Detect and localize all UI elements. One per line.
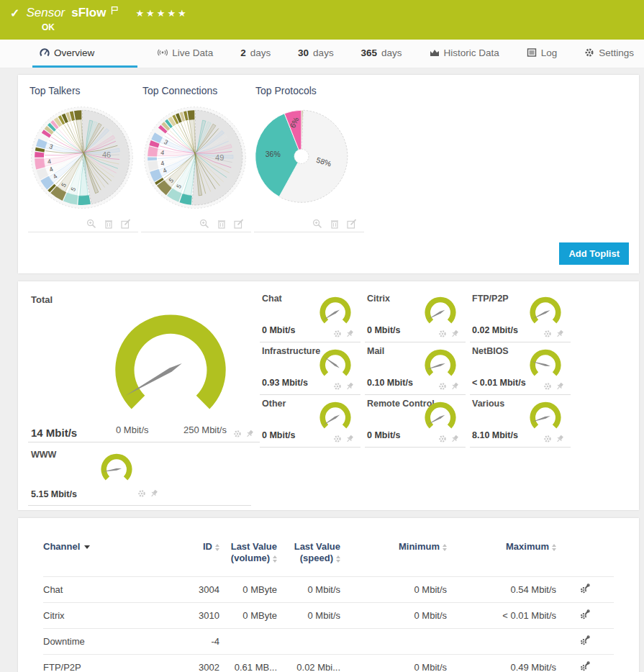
channel-gauge-chart [316,347,355,381]
column-header-last-value-speed[interactable]: Last Value (speed) [277,537,340,576]
gear-icon[interactable] [438,382,447,391]
gear-icon[interactable] [137,489,146,498]
pin-icon[interactable] [555,382,564,391]
column-header-minimum[interactable]: Minimum [340,537,447,576]
column-header-last-value-volume[interactable]: Last Value (volume) [219,537,277,576]
gear-icon[interactable] [333,435,342,443]
card-divider [28,232,138,232]
gauge-channel-value: 14 Mbit/s [31,427,77,439]
gear-icon[interactable] [543,435,552,443]
gear-icon[interactable] [233,430,242,438]
top-protocols-pie-chart[interactable]: 58%36%6% [254,98,362,219]
channel-gauge-chart [526,294,565,328]
pin-icon[interactable] [555,435,564,443]
edit-icon[interactable] [121,219,131,229]
table-row[interactable]: Chat 3004 0 MByte 0 Mbit/s 0 Mbit/s 0.54… [43,576,614,602]
gear-icon[interactable] [543,330,552,338]
zoom-icon[interactable] [312,219,322,229]
column-label: ID [203,541,212,552]
channel-gauge-chart [316,399,355,433]
zoom-icon[interactable] [199,219,209,229]
tab-label: Log [541,47,558,58]
delete-icon[interactable] [217,219,227,229]
channel-settings-icon[interactable] [580,609,590,619]
cell-channel[interactable]: Chat [43,576,169,602]
gauge-cell-actions [333,330,354,338]
pin-icon[interactable] [345,382,354,391]
tab-365-days[interactable]: 365 days [354,40,409,68]
gear-icon[interactable] [438,435,447,443]
gauge-channel-value: 0 Mbit/s [262,430,296,440]
channel-gauge-cell: Remote Control 0 Mbit/s [365,395,466,448]
gauge-channel-label: Citrix [367,294,390,304]
pin-icon[interactable] [450,382,459,391]
toplist-title: Top Protocols [255,85,364,96]
channel-settings-icon[interactable] [580,635,590,645]
edit-icon[interactable] [347,219,357,229]
zoom-icon[interactable] [86,219,96,229]
tab-overview[interactable]: Overview [32,40,137,68]
pin-icon[interactable] [345,330,354,338]
card-divider [254,232,364,232]
column-header-id[interactable]: ID [169,537,219,576]
tab-live-data[interactable]: Live Data [150,40,220,68]
pin-icon[interactable] [450,435,459,443]
table-row[interactable]: Citrix 3010 0 MByte 0 Mbit/s 0 Mbit/s < … [43,602,614,628]
add-toplist-button[interactable]: Add Toplist [559,242,629,265]
delete-icon[interactable] [104,219,114,229]
cell-channel[interactable]: Citrix [43,602,169,628]
channel-gauge-cell: Infrastructure 0.93 Mbit/s [260,342,360,395]
tab-settings[interactable]: Settings [577,40,641,68]
gauge-channel-label: Mail [367,346,384,356]
gauge-cell-actions [543,382,564,391]
top-connections-chord-chart[interactable]: 49554443 [141,98,249,219]
cell-channel[interactable]: FTP/P2P [43,654,169,672]
tab-label: days [381,47,402,58]
column-header-maximum[interactable]: Maximum [447,537,556,576]
gauge-cell-actions [543,330,564,338]
cell-settings [556,576,614,602]
tab-historic-data[interactable]: Historic Data [422,40,507,68]
gear-icon[interactable] [543,382,552,391]
channel-settings-icon[interactable] [580,661,590,671]
pin-icon[interactable] [345,435,354,443]
total-gauge-chart [94,306,247,415]
gauge-channel-label: Chat [262,294,282,304]
gauge-cell-actions [333,382,354,391]
top-talkers-chord-chart[interactable]: 46554443 [28,98,136,219]
gauge-cell-actions [333,435,354,443]
priority-stars[interactable]: ★★★★★ [135,8,188,19]
gear-icon[interactable] [438,330,447,338]
cell-minimum [340,628,447,654]
cell-channel[interactable]: Downtime [43,628,169,654]
channel-gauge-chart [421,294,460,328]
channel-settings-icon[interactable] [580,584,590,594]
tab-label: Overview [54,47,94,58]
tab-log[interactable]: Log [520,40,565,68]
card-divider [141,232,251,232]
cell-id: -4 [169,628,219,654]
column-header-channel[interactable]: Channel [43,537,169,576]
status-badge: OK [42,22,644,32]
column-header-settings [556,537,614,576]
tab-30-days[interactable]: 30 days [291,40,341,68]
channel-gauge-grid: Chat 0 Mbit/s Citrix 0 Mbit/s FTP/P2P 0.… [260,290,575,506]
gauge-channel-label: Other [262,399,286,409]
toplist-title: Top Connections [142,85,251,96]
edit-icon[interactable] [234,219,244,229]
flag-icon[interactable] [111,6,119,15]
gear-icon[interactable] [333,382,342,391]
pin-icon[interactable] [245,430,254,438]
sensor-header: ✓ Sensor sFlow ★★★★★ OK [0,0,644,40]
delete-icon[interactable] [330,219,340,229]
cell-last-value-speed: 0 Mbit/s [277,576,340,602]
pin-icon[interactable] [555,330,564,338]
gear-icon[interactable] [333,330,342,338]
tab-2-days[interactable]: 2 days [233,40,278,68]
channel-gauge-chart [421,347,460,381]
pin-icon[interactable] [150,489,158,498]
pin-icon[interactable] [450,330,459,338]
cell-last-value-speed [277,628,340,654]
table-row[interactable]: Downtime -4 [43,628,614,654]
table-row[interactable]: FTP/P2P 3002 0.61 MB... 0.02 Mbi... 0 Mb… [43,654,614,672]
